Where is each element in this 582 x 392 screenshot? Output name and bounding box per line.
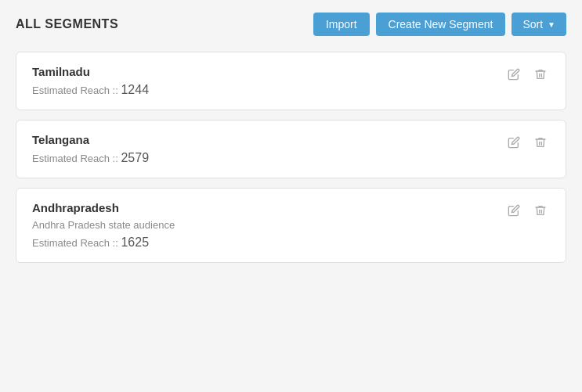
segment-info: TamilnaduEstimated Reach :: 1244 (32, 65, 504, 97)
segment-card: TelanganaEstimated Reach :: 2579 (16, 120, 566, 178)
reach-value: 1625 (121, 236, 149, 249)
reach-value: 2579 (121, 151, 149, 164)
segment-card-header: TamilnaduEstimated Reach :: 1244 (32, 65, 550, 97)
import-button[interactable]: Import (313, 13, 370, 36)
card-actions (504, 133, 550, 154)
segment-card: TamilnaduEstimated Reach :: 1244 (16, 52, 566, 110)
segment-card-header: AndhrapradeshAndhra Pradesh state audien… (32, 201, 550, 250)
create-segment-button[interactable]: Create New Segment (376, 13, 506, 36)
segment-card: AndhrapradeshAndhra Pradesh state audien… (16, 188, 566, 263)
segment-name: Andhrapradesh (32, 201, 504, 214)
edit-icon[interactable] (504, 201, 523, 222)
edit-icon[interactable] (504, 65, 523, 86)
segment-name: Telangana (32, 133, 504, 146)
card-actions (504, 201, 550, 222)
segment-info: AndhrapradeshAndhra Pradesh state audien… (32, 201, 504, 250)
segment-reach: Estimated Reach :: 1244 (32, 83, 504, 97)
edit-icon[interactable] (504, 133, 523, 154)
segment-description: Andhra Pradesh state audience (32, 219, 504, 231)
segment-name: Tamilnadu (32, 65, 504, 78)
sort-caret-icon: ▼ (548, 20, 555, 29)
page-title: ALL SEGMENTS (16, 17, 118, 31)
delete-icon[interactable] (531, 65, 550, 86)
segment-info: TelanganaEstimated Reach :: 2579 (32, 133, 504, 165)
delete-icon[interactable] (531, 201, 550, 222)
segment-reach: Estimated Reach :: 2579 (32, 151, 504, 165)
segment-reach: Estimated Reach :: 1625 (32, 236, 504, 250)
delete-icon[interactable] (531, 133, 550, 154)
sort-label: Sort (522, 18, 543, 31)
page-container: ALL SEGMENTS Import Create New Segment S… (0, 0, 582, 275)
header-actions: Import Create New Segment Sort ▼ (313, 13, 566, 36)
segment-card-header: TelanganaEstimated Reach :: 2579 (32, 133, 550, 165)
segments-list: TamilnaduEstimated Reach :: 1244Telangan… (16, 52, 566, 263)
sort-button[interactable]: Sort ▼ (512, 13, 566, 36)
card-actions (504, 65, 550, 86)
header: ALL SEGMENTS Import Create New Segment S… (16, 13, 566, 36)
reach-value: 1244 (121, 83, 149, 96)
